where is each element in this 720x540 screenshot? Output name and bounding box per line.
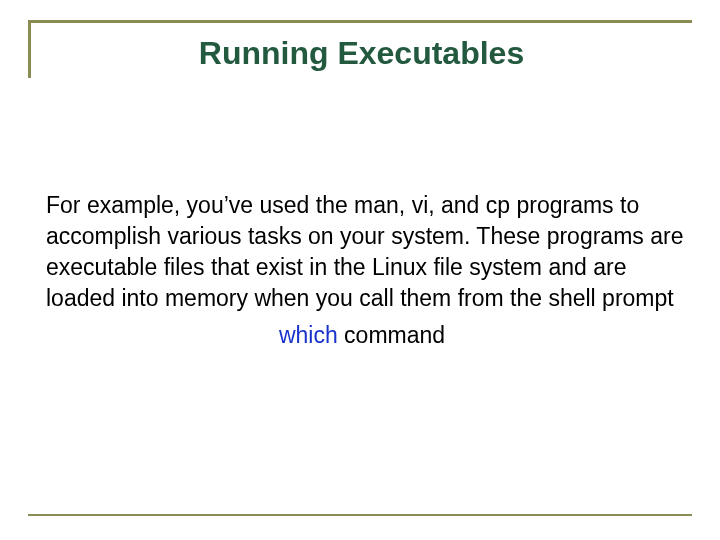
body-text-block: For example, you’ve used the man, vi, an… <box>38 190 686 351</box>
command-name: which <box>279 322 338 348</box>
slide-title: Running Executables <box>31 35 692 72</box>
command-argument: command <box>338 322 445 348</box>
body-paragraph: For example, you’ve used the man, vi, an… <box>38 190 686 314</box>
command-line: which command <box>38 320 686 351</box>
slide: Running Executables For example, you’ve … <box>0 0 720 540</box>
footer-divider <box>28 514 692 516</box>
title-frame: Running Executables <box>28 20 692 78</box>
